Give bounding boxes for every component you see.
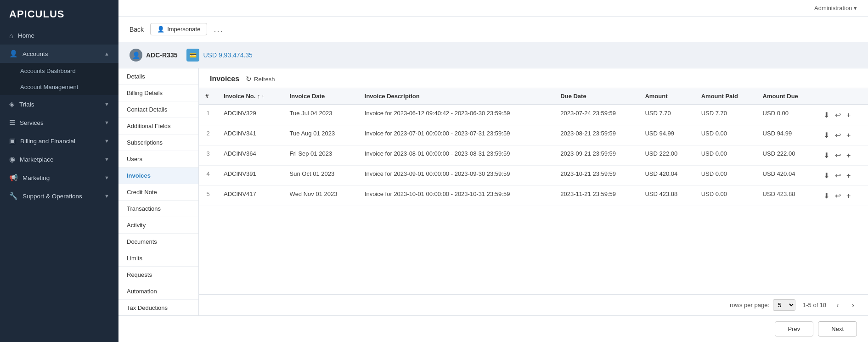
download-icon[interactable]: ⬇	[823, 110, 830, 120]
col-num: #	[199, 88, 217, 105]
left-nav-items: DetailsBilling DetailsContact DetailsAdd…	[118, 68, 198, 315]
undo-icon[interactable]: ↩	[834, 150, 842, 161]
row-amount-due: USD 222.00	[756, 146, 816, 166]
col-amount-due: Amount Due	[756, 88, 816, 105]
col-invoice-date: Invoice Date	[283, 88, 358, 105]
left-nav-item-automation[interactable]: Automation	[118, 283, 198, 300]
left-nav-item-tax-deductions[interactable]: Tax Deductions	[118, 300, 198, 315]
chevron-down-icon: ▼	[104, 193, 109, 199]
row-invoice-date: Tue Aug 01 2023	[283, 125, 358, 146]
marketplace-icon: ◉	[9, 155, 15, 163]
sidebar-item-label: Marketplace	[20, 156, 54, 163]
row-actions: ⬇ ↩ +	[816, 125, 868, 146]
prev-button[interactable]: Prev	[775, 321, 814, 336]
sidebar-item-billing[interactable]: ▣ Billing and Financial ▼	[0, 132, 118, 150]
next-button[interactable]: Next	[818, 321, 857, 336]
sidebar-item-account-management[interactable]: Account Management	[0, 79, 118, 95]
col-invoice-desc: Invoice Description	[358, 88, 554, 105]
left-nav-item-billing-details[interactable]: Billing Details	[118, 85, 198, 101]
refresh-icon: ↻	[246, 75, 252, 83]
sidebar-item-label: Trials	[19, 101, 34, 108]
left-nav-item-contact-details[interactable]: Contact Details	[118, 101, 198, 118]
row-due-date: 2023-11-21 23:59:59	[554, 186, 638, 206]
left-nav-item-users[interactable]: Users	[118, 151, 198, 168]
table-row: 4 ADCINV391 Sun Oct 01 2023 Invoice for …	[199, 166, 868, 186]
right-content-panel: Invoices ↻ Refresh # Invoice No. ↑ Invo	[199, 68, 868, 315]
sidebar-item-accounts[interactable]: 👤 Accounts ▲	[0, 45, 118, 63]
back-button[interactable]: Back	[130, 26, 144, 33]
add-icon[interactable]: +	[845, 151, 851, 161]
logo: APICULUS	[0, 0, 118, 27]
undo-icon[interactable]: ↩	[834, 170, 842, 181]
main-content: Administration ▾ Back 👤 Impersonate ... …	[118, 0, 868, 342]
undo-icon[interactable]: ↩	[834, 110, 842, 120]
topbar: Administration ▾	[118, 0, 868, 17]
support-icon: 🔧	[9, 192, 18, 200]
chevron-down-icon: ▼	[104, 175, 109, 180]
sidebar-item-services[interactable]: ☰ Services ▼	[0, 113, 118, 132]
left-nav-item-subscriptions[interactable]: Subscriptions	[118, 135, 198, 151]
next-page-button[interactable]: ›	[849, 300, 857, 311]
download-icon[interactable]: ⬇	[823, 150, 830, 161]
download-icon[interactable]: ⬇	[823, 191, 830, 201]
col-invoice-no[interactable]: Invoice No. ↑	[217, 88, 283, 105]
refresh-label: Refresh	[254, 76, 275, 83]
invoice-table: # Invoice No. ↑ Invoice Date Invoice Des…	[199, 88, 868, 206]
left-nav-panel: DetailsBilling DetailsContact DetailsAdd…	[118, 68, 199, 315]
left-nav-item-documents[interactable]: Documents	[118, 234, 198, 250]
sidebar-item-support[interactable]: 🔧 Support & Operations ▼	[0, 187, 118, 205]
row-num: 5	[199, 186, 217, 206]
add-icon[interactable]: +	[845, 110, 851, 120]
sidebar-item-accounts-dashboard[interactable]: Accounts Dashboard	[0, 63, 118, 79]
left-nav-item-transactions[interactable]: Transactions	[118, 201, 198, 217]
download-icon[interactable]: ⬇	[823, 130, 830, 140]
left-nav-item-activity[interactable]: Activity	[118, 217, 198, 234]
sidebar-item-marketing[interactable]: 📢 Marketing ▼	[0, 168, 118, 187]
undo-icon[interactable]: ↩	[834, 130, 842, 140]
row-invoice-date: Tue Jul 04 2023	[283, 105, 358, 125]
invoices-header: Invoices ↻ Refresh	[199, 68, 868, 88]
bottom-action-bar: Prev Next	[118, 315, 868, 342]
logo-text: APICULUS	[9, 8, 64, 20]
rows-per-page-label: rows per page:	[730, 302, 769, 308]
sidebar-item-label: Accounts	[23, 50, 48, 57]
left-nav-item-additional-fields[interactable]: Additional Fields	[118, 118, 198, 135]
sidebar-sub-label: Accounts Dashboard	[20, 67, 76, 74]
left-nav-item-credit-note[interactable]: Credit Note	[118, 184, 198, 201]
impersonate-button[interactable]: 👤 Impersonate	[150, 23, 207, 35]
chevron-down-icon: ▼	[104, 101, 109, 107]
sidebar-item-home[interactable]: ⌂ Home	[0, 27, 118, 45]
refresh-button[interactable]: ↻ Refresh	[246, 75, 275, 83]
left-nav-item-details[interactable]: Details	[118, 68, 198, 85]
prev-page-button[interactable]: ‹	[834, 300, 841, 311]
trials-icon: ◈	[9, 100, 15, 108]
table-row: 5 ADCINV417 Wed Nov 01 2023 Invoice for …	[199, 186, 868, 206]
row-invoice-no: ADCINV341	[217, 125, 283, 146]
left-nav-item-invoices[interactable]: Invoices	[118, 168, 198, 184]
row-invoice-date: Sun Oct 01 2023	[283, 166, 358, 186]
download-icon[interactable]: ⬇	[823, 170, 830, 181]
more-options-button[interactable]: ...	[214, 24, 223, 34]
row-due-date: 2023-10-21 23:59:59	[554, 166, 638, 186]
sidebar-item-marketplace[interactable]: ◉ Marketplace ▼	[0, 150, 118, 168]
page-range: 1-5 of 18	[803, 302, 826, 308]
row-num: 3	[199, 146, 217, 166]
row-actions: ⬇ ↩ +	[816, 166, 868, 186]
row-amount: USD 423.88	[638, 186, 694, 206]
sidebar-item-trials[interactable]: ◈ Trials ▼	[0, 95, 118, 113]
left-nav-item-limits[interactable]: Limits	[118, 250, 198, 267]
undo-icon[interactable]: ↩	[834, 191, 842, 201]
row-invoice-date: Fri Sep 01 2023	[283, 146, 358, 166]
account-id: ADC-R335	[146, 51, 177, 59]
left-nav-item-requests[interactable]: Requests	[118, 267, 198, 283]
admin-label[interactable]: Administration ▾	[814, 5, 857, 11]
add-icon[interactable]: +	[845, 130, 851, 140]
row-amount-due: USD 420.04	[756, 166, 816, 186]
row-amount: USD 420.04	[638, 166, 694, 186]
rows-per-page-select[interactable]: 5102550	[773, 299, 795, 311]
invoice-table-wrapper: # Invoice No. ↑ Invoice Date Invoice Des…	[199, 88, 868, 294]
row-invoice-desc: Invoice for 2023-10-01 00:00:00 - 2023-1…	[358, 186, 554, 206]
add-icon[interactable]: +	[845, 191, 851, 201]
person-icon: 👤	[157, 26, 164, 33]
add-icon[interactable]: +	[845, 171, 851, 181]
